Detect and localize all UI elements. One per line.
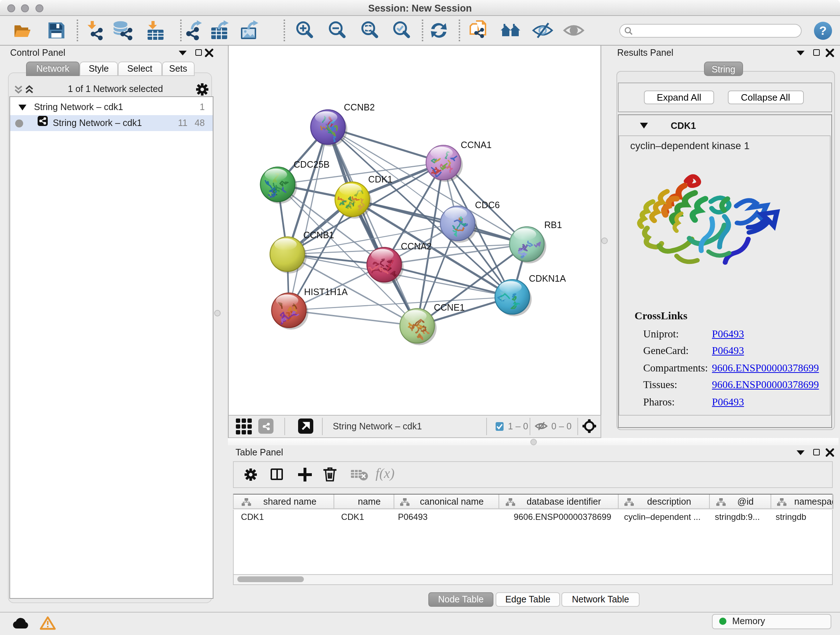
svg-text:CCNB2: CCNB2 (344, 102, 374, 112)
svg-text:CDC25B: CDC25B (294, 159, 329, 169)
svg-text:HIST1H1A: HIST1H1A (304, 287, 347, 296)
svg-text:RB1: RB1 (544, 219, 561, 230)
svg-text:CCNE1: CCNE1 (433, 302, 464, 312)
svg-text:CCNA1: CCNA1 (461, 139, 491, 149)
svg-text:CDKN1A: CDKN1A (529, 273, 565, 283)
svg-text:CCNA2: CCNA2 (401, 241, 431, 251)
svg-text:CCNB1: CCNB1 (303, 230, 333, 240)
svg-text:CDC6: CDC6 (475, 200, 500, 210)
svg-text:CDK1: CDK1 (368, 174, 392, 184)
